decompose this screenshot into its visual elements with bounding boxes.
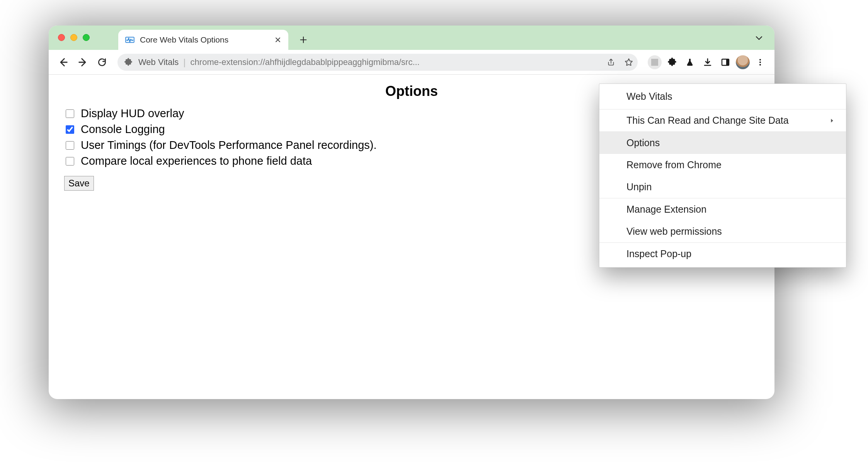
option-checkbox[interactable] (66, 125, 74, 134)
side-panel-icon[interactable] (718, 55, 733, 70)
context-menu-item-label: Manage Extension (626, 204, 706, 215)
window-close-button[interactable] (58, 34, 65, 41)
toolbar: Web Vitals | chrome-extension://ahfhijdl… (49, 50, 774, 75)
extension-puzzle-icon (124, 58, 133, 67)
kebab-menu-icon[interactable] (753, 55, 768, 70)
option-label: Display HUD overlay (81, 107, 184, 120)
reload-button[interactable] (94, 55, 110, 70)
svg-point-3 (759, 59, 761, 60)
context-menu-item-label: This Can Read and Change Site Data (626, 115, 789, 126)
save-button[interactable]: Save (64, 176, 94, 191)
window-zoom-button[interactable] (83, 34, 90, 41)
bookmark-star-icon[interactable] (624, 57, 634, 67)
submenu-arrow-icon (829, 118, 835, 124)
context-menu-item-label: Options (626, 137, 660, 148)
context-menu-item[interactable]: Inspect Pop-up (599, 243, 846, 265)
window-controls (58, 34, 90, 41)
context-menu-item-label: View web permissions (626, 226, 722, 237)
tab-overflow-button[interactable] (754, 33, 764, 43)
context-menu-item[interactable]: Remove from Chrome (599, 154, 846, 176)
address-bar[interactable]: Web Vitals | chrome-extension://ahfhijdl… (117, 54, 638, 71)
extension-context-menu: Web Vitals This Can Read and Change Site… (599, 84, 846, 268)
tabs: Core Web Vitals Options (118, 26, 311, 50)
active-extension-chip[interactable] (648, 55, 662, 69)
svg-point-4 (759, 61, 761, 63)
new-tab-button[interactable] (295, 32, 311, 48)
svg-point-5 (759, 64, 761, 65)
option-checkbox[interactable] (66, 157, 74, 166)
context-menu-item[interactable]: Options (599, 132, 846, 154)
context-menu-item[interactable]: Unpin (599, 176, 846, 198)
labs-icon[interactable] (682, 55, 697, 70)
context-menu-item-label: Remove from Chrome (626, 159, 722, 171)
context-menu-item[interactable]: This Can Read and Change Site Data (599, 109, 846, 131)
context-menu-item[interactable]: View web permissions (599, 220, 846, 242)
profile-avatar[interactable] (736, 55, 750, 69)
option-label: Console Logging (81, 123, 165, 136)
omnibox-separator: | (183, 57, 186, 68)
back-button[interactable] (56, 55, 71, 70)
context-menu-title: Web Vitals (599, 84, 846, 109)
site-name: Web Vitals (138, 57, 179, 67)
close-tab-button[interactable] (274, 36, 282, 44)
context-menu-item-label: Inspect Pop-up (626, 248, 691, 259)
context-menu-title-label: Web Vitals (626, 91, 672, 102)
window-minimize-button[interactable] (70, 34, 77, 41)
context-menu-item-label: Unpin (626, 181, 652, 193)
option-label: Compare local experiences to phone field… (81, 155, 312, 167)
option-label: User Timings (for DevTools Performance P… (81, 139, 377, 152)
tab-active[interactable]: Core Web Vitals Options (118, 30, 288, 50)
url-text: chrome-extension://ahfhijdlegdabablpippe… (191, 57, 601, 67)
tab-strip: Core Web Vitals Options (49, 26, 774, 50)
context-menu-item[interactable]: Manage Extension (599, 198, 846, 220)
tab-title: Core Web Vitals Options (140, 35, 266, 44)
option-checkbox[interactable] (66, 109, 74, 118)
option-checkbox[interactable] (66, 141, 74, 150)
extensions-button[interactable] (665, 55, 679, 70)
toolbar-right (648, 55, 768, 70)
web-vitals-favicon (125, 35, 134, 44)
downloads-icon[interactable] (700, 55, 715, 70)
svg-rect-2 (726, 59, 729, 65)
share-icon[interactable] (606, 57, 616, 67)
forward-button[interactable] (75, 55, 90, 70)
